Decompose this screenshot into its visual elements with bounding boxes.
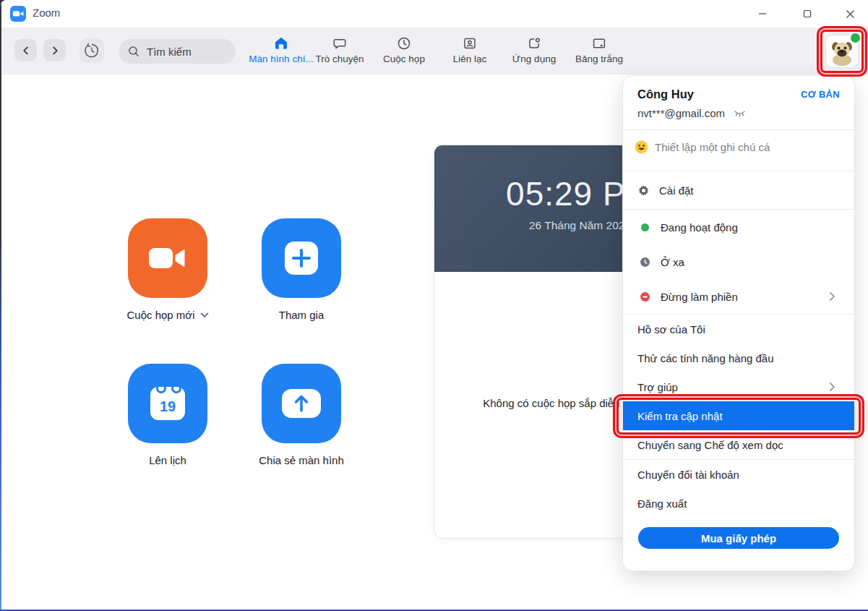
new-meeting-button[interactable]: Cuộc họp mới xyxy=(95,218,240,321)
zoom-logo-icon xyxy=(10,6,26,22)
buy-license-button[interactable]: Mua giấy phép xyxy=(638,527,839,549)
chat-bubble-icon xyxy=(332,34,348,51)
tab-contacts-label: Liên lạc xyxy=(453,54,487,64)
tab-apps-label: Ứng dụng xyxy=(512,54,556,64)
menu-item-my-profile[interactable]: Hồ sơ của Tôi xyxy=(623,315,854,343)
status-option-active[interactable]: Đang hoạt động xyxy=(623,210,854,244)
calendar-icon: 19 xyxy=(150,387,185,420)
menu-item-sign-out[interactable]: Đăng xuất xyxy=(623,489,854,518)
share-screen-label: Chia sẻ màn hình xyxy=(259,454,344,466)
tab-meetings[interactable]: Cuộc họp xyxy=(369,34,439,70)
schedule-label: Lên lịch xyxy=(149,454,186,466)
user-name: Công Huy xyxy=(637,87,694,101)
status-dnd-label: Đừng làm phiền xyxy=(661,291,738,303)
divider xyxy=(623,129,854,130)
search-box[interactable] xyxy=(119,39,236,64)
profile-dropdown-menu: Công Huy CƠ BẢN nvt***@gmail.com Thiết l… xyxy=(622,75,855,571)
personal-note-item[interactable]: Thiết lập một ghi chú cá xyxy=(623,134,854,159)
schedule-button[interactable]: 19 Lên lịch xyxy=(95,364,240,466)
menu-item-try-features[interactable]: Thử các tính năng hàng đầu xyxy=(623,343,854,372)
tab-meetings-label: Cuộc họp xyxy=(383,54,425,64)
status-option-dnd[interactable]: Đừng làm phiền xyxy=(623,279,854,314)
window-title: Zoom xyxy=(33,7,60,19)
menu-item-help[interactable]: Trợ giúp xyxy=(623,372,854,401)
new-meeting-label: Cuộc họp mới xyxy=(126,309,194,321)
arrow-up-icon xyxy=(282,389,321,418)
user-email: nvt***@gmail.com xyxy=(637,107,725,119)
video-camera-icon xyxy=(128,218,207,298)
plan-badge[interactable]: CƠ BẢN xyxy=(801,89,840,100)
chevron-right-icon xyxy=(50,46,60,56)
forward-button[interactable] xyxy=(43,39,66,61)
home-icon xyxy=(273,34,289,51)
my-profile-label: Hồ sơ của Tôi xyxy=(637,323,705,336)
tab-chat-label: Trò chuyện xyxy=(315,54,364,64)
chevron-left-icon xyxy=(21,46,31,56)
chevron-right-icon xyxy=(829,291,835,302)
active-status-icon xyxy=(639,223,651,231)
history-clock-icon xyxy=(82,41,101,60)
portrait-view-label: Chuyển sang Chế độ xem dọc xyxy=(637,439,783,451)
title-bar: Zoom xyxy=(0,0,868,27)
personal-note-label: Thiết lập một ghi chú cá xyxy=(655,141,770,153)
calendar-hook xyxy=(171,383,181,393)
apps-icon xyxy=(526,34,542,51)
whiteboard-icon xyxy=(591,34,607,51)
tab-whiteboard[interactable]: Bảng trắng xyxy=(564,34,634,70)
buy-license-label: Mua giấy phép xyxy=(701,532,776,544)
menu-item-portrait-view[interactable]: Chuyển sang Chế độ xem dọc xyxy=(623,430,854,459)
status-option-away[interactable]: Ở xa xyxy=(623,244,854,279)
clock-icon xyxy=(396,34,412,51)
zoom-app-window: Zoom xyxy=(0,0,868,611)
switch-account-label: Chuyển đổi tài khoản xyxy=(637,469,739,481)
smiley-icon xyxy=(635,140,648,154)
tab-contacts[interactable]: Liên lạc xyxy=(435,34,504,70)
tab-whiteboard-label: Bảng trắng xyxy=(575,54,623,64)
menu-item-check-updates[interactable]: Kiểm tra cập nhật xyxy=(623,401,854,430)
minimize-button[interactable] xyxy=(746,0,779,27)
chevron-right-icon xyxy=(829,382,835,392)
tab-apps[interactable]: Ứng dụng xyxy=(499,34,569,70)
profile-avatar-button[interactable] xyxy=(826,35,858,67)
plus-icon xyxy=(285,242,318,275)
session-history-button[interactable] xyxy=(80,38,104,63)
calendar-hook xyxy=(156,383,166,393)
toolbar: Màn hình chí... Trò chuyện Cuộc họp Liên… xyxy=(0,27,868,74)
search-input[interactable] xyxy=(145,45,228,59)
tab-chat[interactable]: Trò chuyện xyxy=(305,34,374,70)
sign-out-label: Đăng xuất xyxy=(637,497,687,510)
settings-label: Cài đặt xyxy=(659,184,694,197)
gear-icon xyxy=(637,184,650,197)
calendar-day: 19 xyxy=(160,398,176,415)
help-label: Trợ giúp xyxy=(637,381,678,393)
share-screen-button[interactable]: Chia sẻ màn hình xyxy=(229,364,374,466)
join-meeting-button[interactable]: Tham gia xyxy=(229,218,374,321)
status-active-label: Đang hoạt động xyxy=(661,221,738,234)
do-not-disturb-icon xyxy=(639,292,651,302)
eye-closed-icon[interactable] xyxy=(734,109,746,117)
status-away-label: Ở xa xyxy=(661,256,684,268)
back-button[interactable] xyxy=(14,39,37,61)
presence-dot-green xyxy=(851,33,860,43)
contact-card-icon xyxy=(462,34,478,51)
close-button[interactable] xyxy=(833,0,867,27)
away-clock-icon xyxy=(639,257,651,267)
chevron-down-icon[interactable] xyxy=(200,312,209,318)
search-icon xyxy=(128,46,139,57)
join-label: Tham gia xyxy=(279,309,325,321)
check-updates-label: Kiểm tra cập nhật xyxy=(637,410,723,422)
menu-item-settings[interactable]: Cài đặt xyxy=(623,171,854,209)
try-features-label: Thử các tính năng hàng đầu xyxy=(637,352,774,364)
tab-home-label: Màn hình chí... xyxy=(249,54,313,64)
desktop-edge-left xyxy=(0,0,1,611)
menu-item-switch-account[interactable]: Chuyển đổi tài khoản xyxy=(623,460,854,489)
maximize-button[interactable] xyxy=(791,0,824,27)
